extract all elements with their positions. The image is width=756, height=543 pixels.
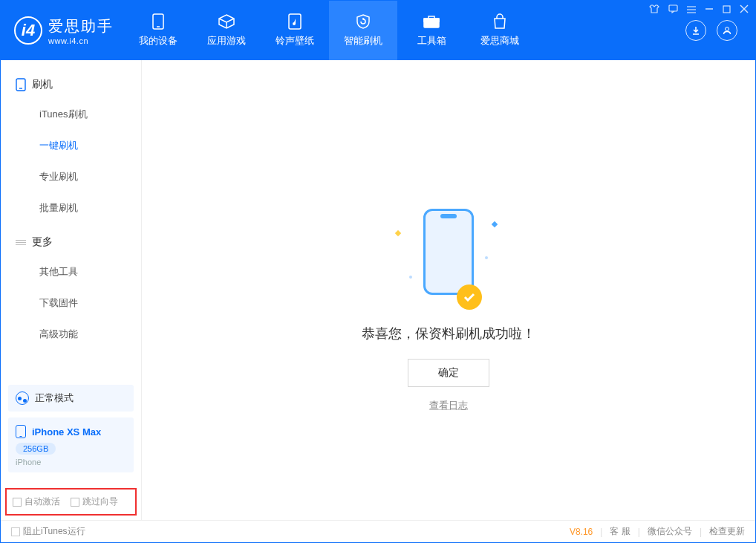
feedback-icon[interactable] bbox=[668, 4, 678, 16]
maximize-button[interactable] bbox=[723, 4, 731, 16]
device-name: iPhone XS Max bbox=[32, 426, 101, 438]
tab-label: 应用游戏 bbox=[207, 34, 246, 48]
status-bar: 阻止iTunes运行 V8.16 | 客 服 | 微信公众号 | 检查更新 bbox=[1, 520, 755, 542]
sidebar-item-other-tools[interactable]: 其他工具 bbox=[1, 256, 141, 287]
tab-apps[interactable]: 应用游戏 bbox=[192, 1, 261, 60]
brand-logo: i4 爱思助手 www.i4.cn bbox=[1, 16, 124, 45]
shield-refresh-icon bbox=[353, 13, 373, 30]
tab-store[interactable]: 爱思商城 bbox=[466, 1, 534, 60]
tab-toolbox[interactable]: 工具箱 bbox=[397, 1, 466, 60]
tab-my-device[interactable]: 我的设备 bbox=[124, 1, 192, 60]
toolbox-icon bbox=[422, 13, 441, 30]
sidebar-item-firmware[interactable]: 下载固件 bbox=[1, 287, 141, 319]
device-card[interactable]: iPhone XS Max 256GB iPhone bbox=[8, 417, 134, 472]
svg-rect-6 bbox=[669, 5, 677, 11]
device-panel: 正常模式 iPhone XS Max 256GB iPhone bbox=[8, 385, 134, 472]
phone-icon bbox=[149, 13, 168, 30]
sidebar-group-more: 更多 bbox=[1, 231, 141, 256]
view-log-link[interactable]: 查看日志 bbox=[429, 399, 468, 412]
version-label: V8.16 bbox=[570, 527, 593, 537]
success-illustration bbox=[393, 209, 504, 313]
sidebar-item-pro-flash[interactable]: 专业刷机 bbox=[1, 161, 141, 192]
checkbox-block-itunes[interactable]: 阻止iTunes运行 bbox=[11, 525, 85, 538]
main-content: 恭喜您，保资料刷机成功啦！ 确定 查看日志 bbox=[142, 60, 755, 520]
success-message: 恭喜您，保资料刷机成功啦！ bbox=[362, 325, 535, 342]
checkbox-skip-wizard[interactable]: 跳过向导 bbox=[71, 495, 118, 508]
menu-icon[interactable] bbox=[687, 4, 696, 16]
tab-label: 铃声壁纸 bbox=[276, 34, 314, 48]
list-icon bbox=[16, 240, 26, 245]
sidebar-item-batch-flash[interactable]: 批量刷机 bbox=[1, 192, 141, 224]
checkbox-icon bbox=[71, 498, 79, 507]
storage-badge: 256GB bbox=[16, 443, 56, 455]
download-button[interactable] bbox=[685, 20, 706, 41]
flash-options: 自动激活 跳过向导 bbox=[5, 488, 137, 516]
music-file-icon bbox=[285, 13, 304, 30]
user-button[interactable] bbox=[717, 20, 737, 41]
wechat-link[interactable]: 微信公众号 bbox=[648, 525, 692, 538]
mode-icon bbox=[16, 391, 29, 405]
check-update-link[interactable]: 检查更新 bbox=[709, 525, 745, 538]
checkbox-label: 阻止iTunes运行 bbox=[23, 525, 85, 538]
tab-label: 工具箱 bbox=[417, 34, 446, 48]
device-type: iPhone bbox=[16, 458, 126, 466]
shirt-icon[interactable] bbox=[649, 4, 659, 16]
tab-label: 智能刷机 bbox=[344, 34, 382, 48]
bag-icon bbox=[490, 13, 509, 30]
app-header: i4 爱思助手 www.i4.cn 我的设备 应用游戏 铃声壁纸 智能刷机 工具… bbox=[1, 1, 755, 60]
brand-name: 爱思助手 bbox=[48, 16, 114, 36]
window-controls bbox=[649, 4, 749, 16]
ok-button[interactable]: 确定 bbox=[408, 359, 489, 387]
brand-url: www.i4.cn bbox=[48, 36, 114, 45]
checkbox-icon bbox=[11, 527, 20, 536]
sidebar-group-flash: 刷机 bbox=[1, 74, 141, 99]
sidebar-item-onekey-flash[interactable]: 一键刷机 bbox=[1, 130, 141, 161]
checkbox-auto-activate[interactable]: 自动激活 bbox=[13, 495, 60, 508]
phone-icon bbox=[16, 425, 26, 438]
tab-ringtones[interactable]: 铃声壁纸 bbox=[261, 1, 329, 60]
group-label: 更多 bbox=[32, 235, 53, 249]
close-button[interactable] bbox=[740, 4, 749, 16]
main-tabs: 我的设备 应用游戏 铃声壁纸 智能刷机 工具箱 爱思商城 bbox=[124, 1, 534, 60]
checkbox-icon bbox=[13, 498, 22, 507]
tab-label: 我的设备 bbox=[139, 34, 177, 48]
checkbox-label: 跳过向导 bbox=[82, 495, 118, 508]
header-right bbox=[685, 20, 755, 41]
phone-icon bbox=[16, 78, 26, 91]
checkbox-label: 自动激活 bbox=[25, 495, 60, 508]
cube-icon bbox=[217, 13, 236, 30]
mode-label: 正常模式 bbox=[35, 391, 74, 405]
tab-label: 爱思商城 bbox=[480, 34, 519, 48]
svg-rect-11 bbox=[723, 6, 730, 13]
logo-icon: i4 bbox=[14, 16, 42, 45]
device-mode[interactable]: 正常模式 bbox=[8, 385, 134, 412]
sidebar-item-advanced[interactable]: 高级功能 bbox=[1, 319, 141, 350]
sidebar-item-itunes-flash[interactable]: iTunes刷机 bbox=[1, 99, 141, 130]
svg-point-5 bbox=[726, 27, 729, 31]
customer-service-link[interactable]: 客 服 bbox=[610, 525, 630, 538]
tab-smart-flash[interactable]: 智能刷机 bbox=[329, 1, 397, 60]
svg-rect-4 bbox=[424, 19, 439, 22]
check-icon bbox=[457, 284, 482, 310]
minimize-button[interactable] bbox=[705, 4, 714, 16]
group-label: 刷机 bbox=[32, 78, 53, 91]
sidebar: 刷机 iTunes刷机 一键刷机 专业刷机 批量刷机 更多 其他工具 下载固件 … bbox=[1, 60, 142, 520]
